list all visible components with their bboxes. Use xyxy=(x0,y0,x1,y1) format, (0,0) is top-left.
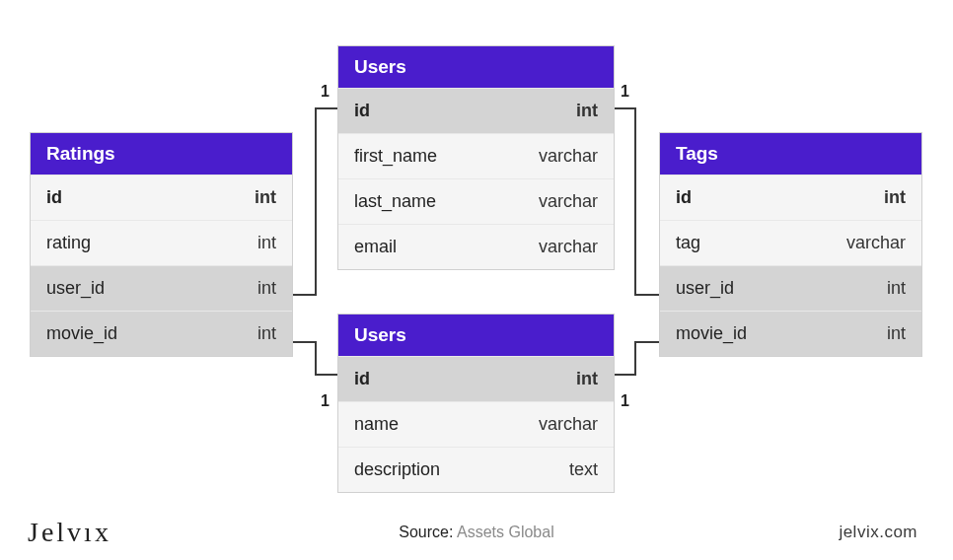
col-name: user_id xyxy=(676,278,734,299)
col-type: varchar xyxy=(539,146,598,167)
footer: Jelvıx Source: Assets Global jelvix.com xyxy=(0,505,953,560)
table-row: tag varchar xyxy=(660,220,921,265)
col-type: int xyxy=(257,233,276,253)
col-type: int xyxy=(887,278,906,299)
col-name: user_id xyxy=(46,278,105,299)
table-row: id int xyxy=(31,175,292,220)
col-type: varchar xyxy=(539,414,598,435)
table-users-bottom: Users id int name varchar description te… xyxy=(337,314,615,493)
table-row: id int xyxy=(338,88,614,133)
col-type: int xyxy=(257,323,276,344)
table-row: id int xyxy=(660,175,921,220)
col-type: int xyxy=(576,101,598,121)
table-row: last_name varchar xyxy=(338,178,614,224)
table-users-top: Users id int first_name varchar last_nam… xyxy=(337,45,615,270)
col-name: rating xyxy=(46,233,91,253)
source-credit: Source: Assets Global xyxy=(399,524,553,541)
table-title: Tags xyxy=(660,133,921,175)
cardinality-label: 1 xyxy=(321,392,330,410)
table-row: user_id int xyxy=(660,265,921,311)
col-name: name xyxy=(354,414,399,435)
table-row: rating int xyxy=(31,220,292,265)
col-name: id xyxy=(676,187,692,208)
col-type: varchar xyxy=(539,191,598,212)
col-name: last_name xyxy=(354,191,436,212)
table-title: Users xyxy=(338,315,614,356)
col-name: tag xyxy=(676,233,700,253)
col-type: int xyxy=(884,187,906,208)
col-name: first_name xyxy=(354,146,437,167)
table-row: user_id int xyxy=(31,265,292,311)
er-diagram-canvas: Ratings id int rating int user_id int mo… xyxy=(0,0,953,560)
cardinality-label: 1 xyxy=(621,392,629,410)
table-row: first_name varchar xyxy=(338,133,614,178)
col-type: int xyxy=(576,369,598,389)
table-row: movie_id int xyxy=(660,311,921,356)
col-name: id xyxy=(46,187,62,208)
table-title: Ratings xyxy=(31,133,292,175)
table-title: Users xyxy=(338,46,614,88)
col-type: int xyxy=(255,187,276,208)
col-name: movie_id xyxy=(676,323,747,344)
table-row: description text xyxy=(338,447,614,492)
col-name: id xyxy=(354,369,370,389)
table-row: id int xyxy=(338,356,614,401)
table-tags: Tags id int tag varchar user_id int movi… xyxy=(659,132,922,357)
col-name: movie_id xyxy=(46,323,117,344)
col-type: int xyxy=(257,278,276,299)
jelvix-logo: Jelvıx xyxy=(28,517,111,548)
col-name: email xyxy=(354,237,397,257)
source-value: Assets Global xyxy=(457,524,554,540)
col-type: varchar xyxy=(846,233,906,253)
table-row: email varchar xyxy=(338,224,614,269)
source-label: Source: xyxy=(399,524,453,540)
col-name: id xyxy=(354,101,370,121)
cardinality-label: 1 xyxy=(321,83,330,101)
col-type: varchar xyxy=(539,237,598,257)
table-row: name varchar xyxy=(338,401,614,447)
col-name: description xyxy=(354,459,440,480)
col-type: text xyxy=(569,459,598,480)
cardinality-label: 1 xyxy=(621,83,629,101)
table-ratings: Ratings id int rating int user_id int mo… xyxy=(30,132,293,357)
site-link: jelvix.com xyxy=(839,523,917,542)
table-row: movie_id int xyxy=(31,311,292,356)
col-type: int xyxy=(887,323,906,344)
